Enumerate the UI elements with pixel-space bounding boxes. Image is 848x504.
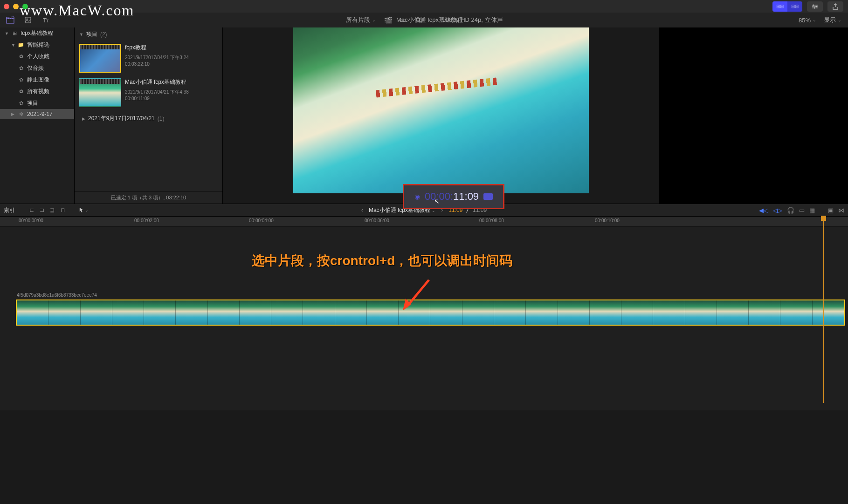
- photos-button[interactable]: [23, 15, 33, 25]
- ruler-mark: 00:00:10:00: [595, 218, 620, 223]
- playhead[interactable]: [823, 217, 824, 403]
- timeline-ruler[interactable]: 00:00:00:00 00:00:02:00 00:00:04:00 00:0…: [0, 217, 848, 227]
- library-icon: ⊞: [11, 30, 18, 36]
- zoom-value: 85%: [799, 17, 811, 24]
- annotation-text: 选中片段，按crontrol+d，也可以调出时间码: [252, 252, 512, 270]
- browser-clip[interactable]: fcpx教程 2021/9/172017/04/21 下午3:24 00:03:…: [77, 41, 220, 75]
- inspector-panel: [659, 27, 848, 204]
- timeline-history-back[interactable]: ‹: [361, 207, 363, 213]
- select-tool[interactable]: ⌄: [79, 206, 89, 214]
- chevron-down-icon: ⌄: [838, 18, 841, 22]
- view-mode-thumbnail[interactable]: ⊞⊞: [772, 1, 787, 12]
- sidebar-item-label: 所有视频: [27, 88, 49, 95]
- browser-date-count: (1): [158, 116, 165, 122]
- clip-filter-label: 所有片段: [346, 16, 370, 24]
- sidebar-event[interactable]: ▶ ✻ 2021-9-17: [0, 109, 74, 119]
- timeline-body[interactable]: 选中片段，按crontrol+d，也可以调出时间码 4f5d079a3bd8e1…: [0, 227, 848, 410]
- clip-filter-dropdown[interactable]: 所有片段 ⌄: [346, 16, 376, 24]
- timecode-film-icon: [483, 193, 493, 200]
- sidebar-library[interactable]: ▼ ⊞ fcpx基础教程: [0, 27, 74, 39]
- transitions-browser-button[interactable]: ⋈: [838, 207, 844, 214]
- gear-icon: ✿: [18, 54, 24, 60]
- sidebar-smart-collection[interactable]: ▼ 📁 智能精选: [0, 39, 74, 51]
- skimming-button[interactable]: ◀◁: [759, 207, 768, 214]
- disclosure-arrow-icon: ▶: [82, 116, 85, 121]
- browser-header[interactable]: ▼ 项目 (2): [75, 27, 222, 41]
- insert-clip-button[interactable]: ⊐: [37, 206, 47, 214]
- viewer-panel: [223, 27, 659, 204]
- titles-button[interactable]: TT: [41, 15, 50, 25]
- effects-browser-button[interactable]: ▣: [828, 207, 834, 214]
- sidebar-item-audio[interactable]: ✿仅音频: [0, 62, 74, 74]
- browser-clip[interactable]: Mac小伯通 fcpx基础教程 2021/9/172017/04/21 下午4:…: [77, 75, 220, 110]
- close-window-button[interactable]: [4, 4, 9, 9]
- sidebar-item-stills[interactable]: ✿静止图像: [0, 74, 74, 86]
- ruler-mark: 00:00:08:00: [479, 218, 504, 223]
- chevron-down-icon: ⌄: [372, 18, 376, 22]
- svg-point-4: [816, 6, 817, 7]
- sidebar-item-video[interactable]: ✿所有视频: [0, 86, 74, 97]
- display-dropdown[interactable]: 显示 ⌄: [824, 16, 841, 24]
- browser-header-label: 项目: [86, 30, 97, 38]
- svg-line-9: [12, 17, 13, 19]
- clip-title: Mac小伯通 fcpx基础教程: [125, 78, 189, 86]
- solo-button[interactable]: 🎧: [787, 207, 794, 214]
- append-clip-button[interactable]: ⊒: [48, 206, 57, 214]
- gear-icon: ✿: [18, 89, 24, 95]
- share-button[interactable]: [827, 1, 843, 12]
- zoom-dropdown[interactable]: 85% ⌄: [799, 17, 816, 24]
- svg-rect-6: [7, 19, 14, 23]
- annotation-arrow-icon: [401, 275, 438, 313]
- zoom-window-button[interactable]: [22, 4, 28, 9]
- viewer-canvas[interactable]: [293, 27, 589, 193]
- sidebar-item-favorites[interactable]: ✿个人收藏: [0, 51, 74, 62]
- clip-date: 2021/9/172017/04/21 下午3:24: [125, 54, 189, 61]
- browser-date-group[interactable]: ▶ 2021年9月17日2017/04/21 (1): [77, 110, 220, 127]
- clip-thumbnail[interactable]: [79, 44, 121, 73]
- browser-footer: 已选定 1 项（共 3 项）, 03:22:10: [75, 191, 222, 204]
- clapperboard-small-icon: 🎬: [385, 17, 393, 24]
- titles-icon: TT: [42, 16, 49, 24]
- viewer-title-text: Mac小伯通 fcpx基础教程: [396, 16, 463, 24]
- viewer-content: [376, 77, 497, 97]
- view-mode-list[interactable]: ⊟⊟: [787, 1, 802, 12]
- display-label: 显示: [824, 16, 836, 24]
- sidebar-smart-label: 智能精选: [27, 41, 49, 49]
- timecode-display[interactable]: ◉ 00:00:11:09 ↖: [403, 184, 504, 209]
- sidebar-item-label: 项目: [27, 99, 38, 107]
- library-sidebar: ▼ ⊞ fcpx基础教程 ▼ 📁 智能精选 ✿个人收藏 ✿仅音频 ✿静止图像 ✿…: [0, 27, 75, 204]
- folder-icon: 📁: [18, 42, 24, 48]
- sidebar-item-label: 静止图像: [27, 76, 49, 84]
- inspector-toggle-button[interactable]: [807, 1, 823, 12]
- sidebar-item-projects[interactable]: ✿项目: [0, 97, 74, 109]
- disclosure-arrow-icon: ▼: [11, 43, 15, 48]
- viewer-title: 🎬 Mac小伯通 fcpx基础教程: [385, 16, 463, 24]
- gear-icon: ✿: [18, 77, 24, 83]
- timecode-value: 00:00:11:09: [425, 191, 479, 203]
- clip-browser: ▼ 项目 (2) fcpx教程 2021/9/172017/04/21 下午3:…: [75, 27, 223, 204]
- cursor-icon: ↖: [434, 198, 440, 205]
- svg-marker-17: [403, 299, 411, 311]
- svg-point-3: [813, 4, 814, 6]
- clapperboard-icon: [6, 16, 14, 24]
- chevron-down-icon: ⌄: [85, 208, 89, 212]
- connect-clip-button[interactable]: ⊏: [27, 206, 36, 214]
- audio-skimming-button[interactable]: ◁▷: [773, 207, 782, 214]
- minimize-window-button[interactable]: [13, 4, 19, 9]
- chevron-down-icon: ⌄: [813, 18, 816, 22]
- media-import-button[interactable]: [6, 15, 15, 25]
- ruler-mark: 00:00:06:00: [365, 218, 389, 223]
- arrow-cursor-icon: [79, 207, 84, 213]
- clip-appearance-button[interactable]: ▦: [809, 207, 815, 214]
- svg-rect-10: [25, 17, 31, 23]
- timeline-clip-id: 4f5d079a3bd8e1a6f6b8733bec7eee74: [17, 293, 97, 298]
- share-icon: [832, 3, 839, 10]
- clip-thumbnail[interactable]: [79, 78, 121, 107]
- traffic-lights: [4, 4, 28, 9]
- svg-point-5: [814, 7, 815, 8]
- timeline-index-button[interactable]: 索引: [4, 206, 15, 214]
- photos-icon: [24, 16, 32, 24]
- svg-point-11: [27, 19, 28, 20]
- snapping-button[interactable]: ▭: [799, 207, 805, 214]
- overwrite-clip-button[interactable]: ⊓: [58, 206, 67, 214]
